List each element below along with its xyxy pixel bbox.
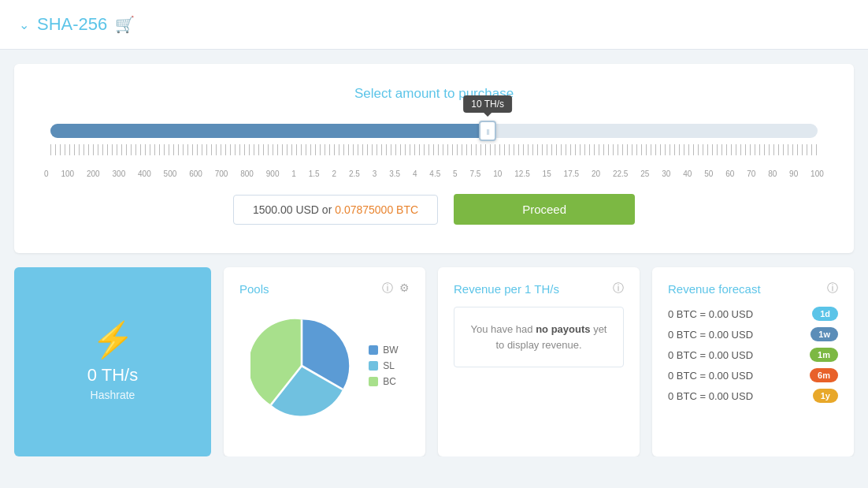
pools-card-header: Pools ⓘ ⚙ [239,281,410,296]
revenue-ths-title: Revenue per 1 TH/s [454,282,559,296]
slider-fill [50,124,488,138]
cart-icon[interactable]: 🛒 [115,15,135,34]
cards-row: ⚡ 0 TH/s Hashrate Pools ⓘ ⚙ [14,267,854,456]
algorithm-title: SHA-256 [37,14,107,35]
forecast-item-1y: 0 BTC = 0.00 USD 1y [668,389,838,403]
price-usd: 1500.00 USD or [253,203,335,216]
legend-bc: BC [369,376,398,387]
pie-legend: BW SL BC [369,345,398,387]
slider-thumb[interactable] [479,121,496,141]
slider-track[interactable] [50,124,818,138]
revenue-ths-icons: ⓘ [613,281,624,296]
forecast-value-6m: 0 BTC = 0.00 USD [668,370,753,382]
proceed-button[interactable]: Proceed [454,194,635,225]
hashrate-label: Hashrate [91,389,135,401]
slider-container: 10 TH/s [50,124,818,138]
hashrate-value: 0 TH/s [87,365,138,386]
revenue-ths-header: Revenue per 1 TH/s ⓘ [454,281,624,296]
price-btc: 0.07875000 BTC [335,203,418,216]
purchase-card: Select amount to purchase 10 TH/s 0 100 … [14,64,854,253]
slider-tooltip: 10 TH/s [463,95,512,113]
legend-label-bw: BW [383,345,398,356]
legend-sl: SL [369,360,398,371]
action-row: 1500.00 USD or 0.07875000 BTC Proceed [43,194,825,225]
revenue-info-icon[interactable]: ⓘ [613,281,624,296]
forecast-item-1d: 0 BTC = 0.00 USD 1d [668,307,838,321]
forecast-card: Revenue forecast ⓘ 0 BTC = 0.00 USD 1d 0… [652,267,854,456]
revenue-ths-card: Revenue per 1 TH/s ⓘ You have had no pay… [438,267,640,456]
info-icon[interactable]: ⓘ [382,281,393,296]
header: ⌄ SHA-256 🛒 [0,0,868,50]
forecast-value-1y: 0 BTC = 0.00 USD [668,390,753,402]
forecast-icons: ⓘ [827,281,838,296]
forecast-header: Revenue forecast ⓘ [668,281,838,296]
forecast-list: 0 BTC = 0.00 USD 1d 0 BTC = 0.00 USD 1w … [668,307,838,403]
ruler-labels: 0 100 200 300 400 500 600 700 800 900 1 … [43,169,825,178]
pools-card: Pools ⓘ ⚙ [224,267,425,456]
main-content: Select amount to purchase 10 TH/s 0 100 … [0,50,868,456]
forecast-badge-1m[interactable]: 1m [810,348,838,362]
legend-dot-bw [369,345,378,355]
pools-title: Pools [239,282,269,296]
purchase-title: Select amount to purchase [43,86,825,102]
forecast-item-1m: 0 BTC = 0.00 USD 1m [668,348,838,362]
ruler-ticks [50,144,818,155]
forecast-badge-1y[interactable]: 1y [813,389,838,403]
price-display: 1500.00 USD or 0.07875000 BTC [233,195,438,225]
forecast-value-1m: 0 BTC = 0.00 USD [668,349,753,361]
forecast-item-6m: 0 BTC = 0.00 USD 6m [668,368,838,382]
hashrate-card: ⚡ 0 TH/s Hashrate [14,267,211,456]
pools-card-icons: ⓘ ⚙ [382,281,410,296]
lightning-icon: ⚡ [91,322,135,357]
forecast-badge-1w[interactable]: 1w [811,327,838,341]
forecast-title: Revenue forecast [668,282,761,296]
legend-bw: BW [369,345,398,356]
forecast-value-1w: 0 BTC = 0.00 USD [668,329,753,341]
legend-dot-sl [369,361,378,371]
collapse-chevron[interactable]: ⌄ [19,17,29,32]
pie-area: BW SL BC [239,307,410,425]
forecast-value-1d: 0 BTC = 0.00 USD [668,308,753,320]
legend-label-bc: BC [383,376,396,387]
legend-dot-bc [369,377,378,386]
forecast-badge-1d[interactable]: 1d [812,307,838,321]
revenue-no-payouts-message: You have had no payouts yet to display r… [454,307,624,367]
revenue-message-text: You have had no payouts yet to display r… [471,323,607,351]
forecast-badge-6m[interactable]: 6m [810,368,838,382]
forecast-item-1w: 0 BTC = 0.00 USD 1w [668,327,838,341]
pie-chart [250,315,353,417]
forecast-info-icon[interactable]: ⓘ [827,281,838,296]
settings-icon[interactable]: ⚙ [399,281,410,296]
ruler [50,144,818,168]
legend-label-sl: SL [383,360,395,371]
